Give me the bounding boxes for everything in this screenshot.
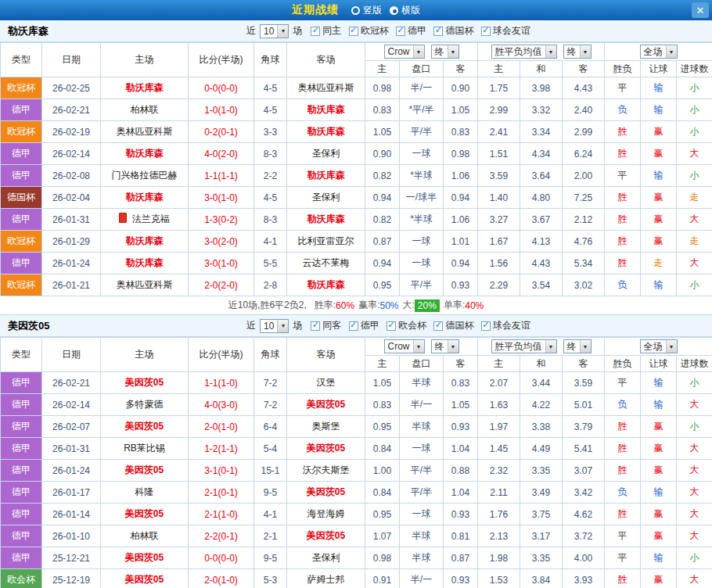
filter-checkbox[interactable]: ✓ 德甲	[396, 24, 426, 38]
away-team: 圣保利	[312, 552, 340, 563]
red-card-icon	[119, 213, 127, 223]
home-team-cell: 门兴格拉德巴赫	[101, 165, 189, 187]
odds-company-select[interactable]: Crow ▼	[384, 339, 425, 353]
avg-draw-odds: 3.84	[520, 569, 563, 588]
avg-home-odds: 1.75	[478, 77, 520, 99]
close-button[interactable]: ✕	[692, 2, 709, 18]
avg-home-odds: 2.13	[478, 525, 520, 547]
result-outcome: 平	[605, 525, 641, 547]
filter-checkbox[interactable]: ✓ 德国杯	[433, 24, 473, 38]
home-team: 勒沃库森	[126, 257, 164, 268]
league-badge: 欧冠杯	[1, 274, 42, 296]
result-handicap: 输	[641, 372, 677, 394]
filter-suffix-label: 场	[293, 319, 302, 332]
result-goals: 大	[677, 209, 712, 231]
odds-stage-select[interactable]: 终 ▼	[431, 339, 459, 353]
radio-off-icon	[351, 6, 360, 15]
match-row: 德甲 26-02-14 多特蒙德 4-0(3-0) 7-2 美因茨05 0.83…	[1, 394, 712, 416]
checkbox-checked-icon: ✓	[433, 27, 443, 36]
odds-company-select[interactable]: Crow ▼	[384, 45, 425, 59]
filter-checkbox[interactable]: ✓ 欧会杯	[387, 319, 426, 332]
result-outcome: 胜	[605, 143, 641, 165]
sub-column-header: 胜负	[605, 356, 641, 372]
result-handicap: 赢	[641, 143, 677, 165]
avg-away-odds: 5.01	[563, 394, 605, 416]
avg-away-odds: 3.59	[563, 372, 605, 394]
odds-away: 0.93	[444, 569, 478, 588]
summary-stat-value: 60%	[336, 300, 354, 311]
filter-checkbox[interactable]: ✓ 球会友谊	[481, 24, 530, 38]
result-goals: 小	[677, 274, 712, 296]
filter-checkbox[interactable]: ✓ 德甲	[349, 319, 379, 332]
matches-table: 类型 日期 主场 比分(半场) 角球 客场 Crow ▼ 终 ▼	[0, 42, 712, 296]
summary-bar: 近10场,胜6平2负2, 胜率: 60% 赢率: 50% 大: 20%	[0, 296, 712, 315]
avg-type-select[interactable]: 胜平负均值 ▼	[491, 339, 557, 353]
sub-column-header: 和	[520, 61, 563, 77]
filter-checkbox[interactable]: ✓ 球会友谊	[481, 319, 530, 332]
result-handicap: 走	[641, 253, 677, 274]
handicap: 平/半	[400, 274, 444, 296]
avg-draw-odds: 3.54	[520, 274, 563, 296]
result-handicap: 赢	[641, 187, 677, 209]
checkbox-checked-icon: ✓	[481, 321, 491, 331]
summary-stat-value: 50%	[379, 300, 398, 311]
match-count-select[interactable]: 10 ▼	[260, 24, 289, 38]
filter-checkbox[interactable]: ✓ 德国杯	[433, 319, 473, 332]
match-row: 德甲 26-01-14 美因茨05 2-1(1-0) 4-1 海登海姆 0.95…	[1, 504, 712, 525]
result-outcome: 负	[605, 394, 641, 416]
chevron-down-icon: ▼	[277, 25, 288, 38]
match-row: 德甲 26-02-21 柏林联 1-0(1-0) 4-5 勒沃库森 0.83 *…	[1, 99, 712, 121]
match-count-select[interactable]: 10 ▼	[260, 319, 289, 333]
odds-stage-select[interactable]: 终 ▼	[431, 45, 459, 59]
checkbox-label: 德甲	[361, 319, 379, 332]
result-outcome: 负	[605, 482, 641, 504]
match-date: 26-02-19	[42, 121, 101, 143]
home-team: 勒沃库森	[126, 148, 164, 159]
corners: 4-5	[254, 99, 287, 121]
scope-select[interactable]: 全场 ▼	[640, 339, 678, 353]
avg-stage-select[interactable]: 终 ▼	[563, 45, 592, 59]
matches-table: 类型 日期 主场 比分(半场) 角球 客场 Crow ▼ 终 ▼	[0, 337, 712, 588]
radio-label: 横版	[401, 4, 420, 17]
away-team: 美因茨05	[307, 486, 345, 497]
sub-column-header: 让球	[641, 356, 677, 372]
layout-radio-vertical[interactable]: 竖版	[351, 4, 382, 17]
layout-radio-horizontal[interactable]: 横版	[390, 4, 420, 17]
filter-checkbox[interactable]: ✓ 同主	[311, 24, 341, 38]
league-badge: 德甲	[1, 547, 42, 569]
result-goals: 大	[677, 253, 712, 274]
league-badge: 德甲	[1, 99, 42, 121]
summary-stat: 大: 20%	[403, 299, 440, 312]
avg-stage-select[interactable]: 终 ▼	[563, 339, 592, 353]
summary-stat: 赢率: 50%	[358, 299, 398, 312]
summary-stat-label: 胜率:	[315, 299, 336, 312]
match-row: 德甲 26-02-21 美因茨05 1-1(1-0) 7-2 汉堡 1.05 半…	[1, 372, 712, 394]
odds-home: 0.91	[365, 569, 400, 588]
corners: 4-5	[254, 77, 287, 99]
home-team-cell: 柏林联	[101, 99, 189, 121]
score: 3-0(2-0)	[189, 231, 254, 253]
avg-draw-odds: 3.38	[520, 416, 563, 438]
avg-home-odds: 1.97	[478, 416, 520, 438]
checkbox-label: 同客	[322, 319, 341, 332]
result-goals: 走	[677, 187, 712, 209]
filter-checkbox[interactable]: ✓ 同客	[311, 319, 341, 332]
match-row: 德国杯 26-02-04 勒沃库森 3-0(1-0) 4-5 圣保利 0.94 …	[1, 187, 712, 209]
sub-column-header: 进球数	[677, 61, 712, 77]
odds-home: 0.83	[365, 394, 400, 416]
recent-results-panel: 近期战绩 竖版 横版 ✕ 勒沃库森 近 10 ▼ 场 ✓	[0, 0, 712, 588]
match-date: 26-01-24	[42, 460, 101, 482]
scope-group-header: 全场 ▼	[605, 338, 712, 356]
away-team: 勒沃库森	[307, 170, 345, 181]
avg-type-select[interactable]: 胜平负均值 ▼	[491, 45, 557, 59]
match-row: 德甲 26-01-24 勒沃库森 3-0(1-0) 5-5 云达不莱梅 0.94…	[1, 253, 712, 274]
filter-checkbox[interactable]: ✓ 欧冠杯	[349, 24, 389, 38]
chevron-down-icon: ▼	[666, 45, 677, 58]
col-header-date: 日期	[42, 43, 101, 77]
scope-select[interactable]: 全场 ▼	[640, 45, 678, 59]
odds-home: 0.95	[365, 504, 400, 525]
match-date: 26-01-17	[42, 482, 101, 504]
avg-home-odds: 2.11	[478, 482, 520, 504]
avg-home-odds: 1.76	[478, 504, 520, 525]
handicap: *平/半	[400, 99, 444, 121]
